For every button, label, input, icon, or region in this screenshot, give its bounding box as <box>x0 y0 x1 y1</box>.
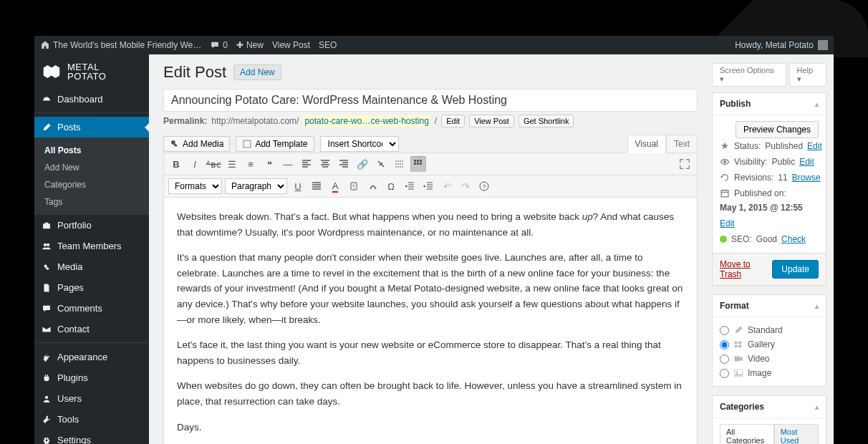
svg-rect-27 <box>734 357 740 362</box>
svg-rect-16 <box>420 163 422 165</box>
align-right-button[interactable] <box>336 156 352 172</box>
align-justify-button[interactable] <box>309 178 324 194</box>
menu-comments[interactable]: Comments <box>34 298 149 319</box>
outdent-button[interactable] <box>402 178 418 194</box>
submenu-all-posts[interactable]: All Posts <box>34 142 149 159</box>
menu-dashboard[interactable]: Dashboard <box>34 89 149 110</box>
read-more-button[interactable] <box>392 156 408 172</box>
add-template-button[interactable]: Add Template <box>236 136 314 152</box>
insert-shortcode-select[interactable]: Insert Shortcode… <box>320 136 399 152</box>
unordered-list-button[interactable]: ☰ <box>224 156 240 172</box>
indent-button[interactable] <box>420 178 436 194</box>
strikethrough-button[interactable]: ᴬʙᴄ <box>206 156 221 172</box>
format-metabox: Format▴ Standard Gallery Video Image <box>712 294 826 387</box>
seo-indicator-icon <box>720 236 727 243</box>
edit-visibility-link[interactable]: Edit <box>799 157 814 167</box>
admin-sidebar: METALPOTATO Dashboard Posts All Posts Ad… <box>34 54 149 444</box>
update-button[interactable]: Update <box>772 260 819 279</box>
format-gallery-radio[interactable]: Gallery <box>720 337 819 352</box>
svg-text:T: T <box>352 184 356 189</box>
seo-check-link[interactable]: Check <box>781 234 806 244</box>
redo-button[interactable]: ↷ <box>458 178 473 194</box>
svg-rect-24 <box>738 342 741 344</box>
menu-users[interactable]: Users <box>34 388 149 409</box>
menu-appearance[interactable]: Appearance <box>34 347 149 367</box>
submenu-categories[interactable]: Categories <box>34 176 149 193</box>
chevron-up-icon: ▴ <box>815 100 819 108</box>
help-tab[interactable]: Help ▾ <box>789 63 826 87</box>
permalink-slug[interactable]: potato-care-wo…ce-web-hosting <box>303 115 430 127</box>
brand-logo[interactable]: METALPOTATO <box>34 54 149 89</box>
view-post-link[interactable]: View Post <box>272 40 310 50</box>
categories-metabox-toggle[interactable]: Categories▴ <box>713 396 826 418</box>
underline-button[interactable]: U <box>290 178 306 194</box>
cat-tab-all[interactable]: All Categories <box>720 424 774 444</box>
browse-revisions-link[interactable]: Browse <box>792 173 821 183</box>
distraction-free-button[interactable] <box>678 158 691 170</box>
comments-indicator[interactable]: 0 <box>210 40 228 50</box>
move-to-trash-link[interactable]: Move to Trash <box>720 259 772 279</box>
get-shortlink-button[interactable]: Get Shortlink <box>519 115 574 127</box>
edit-status-link[interactable]: Edit <box>807 141 822 151</box>
post-title-input[interactable] <box>163 89 698 112</box>
special-char-button[interactable]: Ω <box>383 178 399 194</box>
visual-tab[interactable]: Visual <box>627 135 666 153</box>
publish-metabox-toggle[interactable]: Publish▴ <box>713 93 826 115</box>
editor-content[interactable]: Websites break down. That's a fact. But … <box>164 198 697 444</box>
editor: B I ᴬʙᴄ ☰ ≡ ❝ — 🔗 Formats Paragraph U A … <box>163 153 698 444</box>
toolbar-toggle-button[interactable] <box>410 156 426 172</box>
editor-toolbar-1: B I ᴬʙᴄ ☰ ≡ ❝ — 🔗 <box>164 153 697 175</box>
menu-media[interactable]: Media <box>34 256 149 277</box>
avatar[interactable] <box>818 40 828 50</box>
menu-tools[interactable]: Tools <box>34 409 149 430</box>
align-center-button[interactable] <box>317 156 333 172</box>
menu-plugins[interactable]: Plugins <box>34 367 149 388</box>
add-new-button[interactable]: Add New <box>233 64 281 80</box>
bold-button[interactable]: B <box>168 156 184 172</box>
paste-text-button[interactable]: T <box>346 178 362 194</box>
seo-link[interactable]: SEO <box>319 40 337 50</box>
site-switcher[interactable]: The World's best Mobile Friendly We… <box>40 40 201 50</box>
menu-team[interactable]: Team Members <box>34 236 149 256</box>
align-left-button[interactable] <box>299 156 314 172</box>
screen-options-tab[interactable]: Screen Options ▾ <box>712 63 786 87</box>
publish-metabox: Publish▴ Preview Changes Status: Publish… <box>712 92 826 286</box>
calendar-icon <box>720 188 730 198</box>
menu-settings[interactable]: Settings <box>34 430 149 444</box>
add-media-button[interactable]: Add Media <box>163 136 230 152</box>
submenu-add-new[interactable]: Add New <box>34 159 149 176</box>
hr-button[interactable]: — <box>280 156 296 172</box>
preview-changes-button[interactable]: Preview Changes <box>736 121 819 138</box>
text-color-button[interactable]: A <box>327 178 343 194</box>
edit-date-link[interactable]: Edit <box>720 218 735 228</box>
view-post-button[interactable]: View Post <box>469 115 514 127</box>
categories-metabox: Categories▴ All Categories Most Used How… <box>712 395 826 444</box>
howdy-user[interactable]: Howdy, Metal Potato <box>735 40 814 50</box>
link-button[interactable]: 🔗 <box>355 156 370 172</box>
submenu-tags[interactable]: Tags <box>34 193 149 211</box>
help-button[interactable]: ? <box>476 178 492 194</box>
svg-rect-22 <box>721 190 728 197</box>
format-video-radio[interactable]: Video <box>720 352 819 366</box>
menu-pages[interactable]: Pages <box>34 277 149 298</box>
format-image-radio[interactable]: Image <box>720 366 819 380</box>
posts-submenu: All Posts Add New Categories Tags <box>34 137 149 215</box>
edit-permalink-button[interactable]: Edit <box>441 115 465 127</box>
italic-button[interactable]: I <box>187 156 203 172</box>
formats-select[interactable]: Formats <box>168 178 222 194</box>
visibility-icon <box>720 157 730 167</box>
unlink-button[interactable] <box>373 156 389 172</box>
ordered-list-button[interactable]: ≡ <box>243 156 259 172</box>
undo-button[interactable]: ↶ <box>439 178 455 194</box>
clear-formatting-button[interactable] <box>365 178 380 194</box>
format-metabox-toggle[interactable]: Format▴ <box>713 295 826 317</box>
new-content[interactable]: ✚ New <box>236 40 264 50</box>
text-tab[interactable]: Text <box>666 135 698 153</box>
format-standard-radio[interactable]: Standard <box>720 323 819 337</box>
blockquote-button[interactable]: ❝ <box>261 156 277 172</box>
paragraph-select[interactable]: Paragraph <box>225 178 287 194</box>
menu-portfolio[interactable]: Portfolio <box>34 215 149 236</box>
menu-posts[interactable]: Posts <box>34 117 149 137</box>
menu-contact[interactable]: Contact <box>34 319 149 339</box>
cat-tab-most-used[interactable]: Most Used <box>774 424 819 444</box>
